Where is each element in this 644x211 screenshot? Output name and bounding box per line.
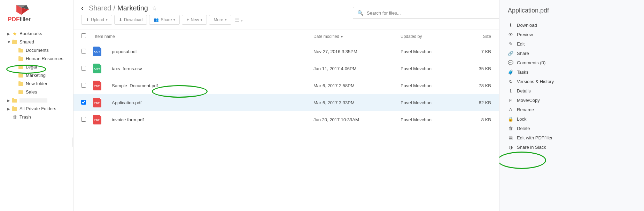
panel-action-delete[interactable]: 🗑Delete	[508, 124, 636, 133]
action-icon: ℹ	[508, 88, 513, 94]
row-checkbox[interactable]	[81, 83, 86, 88]
panel-action-move-copy[interactable]: ⎘Move/Copy	[508, 96, 636, 105]
sidebar-item-blank[interactable]: ▶	[1, 96, 72, 105]
sidebar-item-trash[interactable]: 🗑 Trash	[1, 113, 72, 121]
sidebar-item-bookmarks[interactable]: ▶ ★ Bookmarks	[1, 30, 72, 38]
table-row[interactable]: CSVtaxs_forms.csvJan 11, 2017 4:06PMPave…	[73, 60, 499, 77]
folder-icon	[18, 73, 24, 78]
highlight-edit-pdffiller	[499, 152, 546, 169]
table-header: Item name Date modified▼ Updated by Size	[73, 30, 499, 43]
action-icon: 👁	[508, 32, 513, 37]
row-checkbox[interactable]	[81, 49, 86, 54]
action-icon: A	[508, 107, 513, 112]
download-button[interactable]: ⬇Download	[114, 15, 147, 25]
table-row[interactable]: PDFApplication.pdfMar 6, 2017 3:33PMPave…	[73, 94, 499, 111]
panel-action-download[interactable]: ⬇Download	[508, 21, 636, 30]
sidebar-item-marketing[interactable]: Marketing	[7, 71, 72, 80]
file-name: invoice form.pdf	[108, 117, 313, 122]
file-date: Jan 11, 2017 4:06PM	[313, 66, 401, 71]
view-toggle[interactable]: ☰ ▾	[235, 17, 243, 23]
search-box[interactable]: 🔍	[353, 7, 499, 19]
sidebar: PDF filler ▶ ★ Bookmarks ▼ Shared Docume…	[0, 0, 73, 211]
folder-tree: ▶ ★ Bookmarks ▼ Shared Documents Human R…	[0, 30, 73, 121]
panel-action-preview[interactable]: 👁Preview	[508, 30, 636, 39]
button-label: New	[191, 17, 199, 22]
action-label: Tasks	[517, 70, 528, 75]
file-csv-icon: CSV	[93, 64, 101, 73]
sidebar-item-label: All Private Folders	[20, 106, 56, 112]
panel-action-rename[interactable]: ARename	[508, 105, 636, 114]
caret-icon: ▾	[225, 18, 227, 22]
row-checkbox[interactable]	[81, 66, 86, 71]
row-checkbox[interactable]	[81, 100, 86, 105]
folder-icon	[18, 64, 24, 70]
sidebar-item-sales[interactable]: Sales	[7, 88, 72, 96]
sidebar-item-hr[interactable]: Human Resources	[7, 55, 72, 63]
button-label: Share	[161, 17, 172, 22]
panel-action-share-in-slack[interactable]: ◑Share in Slack	[508, 143, 636, 152]
more-button[interactable]: More▾	[209, 15, 231, 25]
details-panel: Application.pdf ⬇Download👁Preview✎Edit🔗S…	[499, 0, 644, 211]
action-icon: ✎	[508, 41, 513, 47]
sort-desc-icon: ▼	[340, 35, 343, 39]
sidebar-item-documents[interactable]: Documents	[7, 46, 72, 55]
action-label: Move/Copy	[517, 98, 540, 103]
action-label: Delete	[517, 126, 530, 131]
caret-icon: ▾	[201, 18, 202, 22]
favorite-star-icon[interactable]: ☆	[152, 5, 157, 12]
action-icon: 🗑	[508, 126, 513, 131]
panel-action-edit[interactable]: ✎Edit	[508, 39, 636, 49]
action-label: Edit with PDFfiller	[517, 135, 553, 140]
chevron-right-icon: ▶	[7, 31, 10, 37]
sidebar-item-label: Trash	[20, 114, 31, 120]
panel-action-edit-with-pdffiller[interactable]: ▤Edit with PDFfiller	[508, 133, 636, 143]
panel-action-share[interactable]: 🔗Share	[508, 49, 636, 58]
folder-icon	[12, 39, 17, 45]
breadcrumb-current: Marketing	[117, 4, 148, 12]
panel-action-versions-history[interactable]: ↻Versions & History	[508, 77, 636, 86]
folder-icon	[18, 48, 24, 53]
select-all-checkbox[interactable]	[81, 33, 86, 38]
panel-action-details[interactable]: ℹDetails	[508, 86, 636, 96]
action-label: Comments (0)	[517, 60, 545, 65]
panel-action-comments-0-[interactable]: 💬Comments (0)	[508, 58, 636, 67]
col-header-date[interactable]: Date modified▼	[313, 34, 401, 39]
file-date: Mar 6, 2017 2:58PM	[313, 83, 401, 88]
upload-button[interactable]: ⬆Upload▾	[81, 15, 112, 25]
new-button[interactable]: +New▾	[182, 15, 207, 25]
sidebar-item-label: Bookmarks	[20, 31, 42, 37]
back-button[interactable]: ‹	[81, 5, 83, 12]
sidebar-item-legal[interactable]: Legal	[7, 63, 72, 71]
button-label: Download	[124, 17, 142, 22]
col-header-name[interactable]: Item name	[91, 34, 313, 39]
row-checkbox[interactable]	[81, 117, 86, 122]
panel-action-lock[interactable]: 🔒Lock	[508, 114, 636, 124]
sidebar-item-label: Marketing	[26, 72, 46, 79]
search-input[interactable]	[367, 10, 495, 16]
col-header-user[interactable]: Updated by	[401, 34, 467, 39]
table-row[interactable]: ODTproposal.odtNov 27, 2016 3:35PMPavel …	[73, 43, 499, 60]
svg-text:PDF: PDF	[8, 16, 20, 23]
file-user: Pavel Movchan	[401, 49, 467, 54]
file-size: 35 KB	[467, 66, 491, 71]
panel-action-tasks[interactable]: 🧳Tasks	[508, 67, 636, 77]
sidebar-item-all-private[interactable]: ▶ All Private Folders	[1, 105, 72, 113]
action-label: Versions & History	[517, 79, 554, 84]
file-user: Pavel Movchan	[401, 66, 467, 71]
chevron-down-icon: ▼	[7, 39, 10, 45]
file-user: Pavel Movchan	[401, 100, 467, 105]
shared-children: Documents Human Resources Legal Marketin…	[1, 46, 72, 96]
action-icon: ▤	[508, 135, 513, 140]
table-row[interactable]: PDFinvoice form.pdfJun 20, 2017 10:39AMP…	[73, 111, 499, 128]
svg-text:filler: filler	[20, 16, 31, 23]
share-button[interactable]: 👥Share▾	[149, 15, 180, 25]
plus-icon: +	[186, 17, 189, 22]
file-pdf-icon: PDF	[93, 115, 101, 124]
sidebar-item-newfolder[interactable]: New folder	[7, 80, 72, 88]
table-row[interactable]: PDFSample_Document.pdfMar 6, 2017 2:58PM…	[73, 77, 499, 94]
sidebar-item-shared[interactable]: ▼ Shared	[1, 38, 72, 46]
col-header-size[interactable]: Size	[467, 34, 491, 39]
breadcrumb-root[interactable]: Shared	[89, 4, 111, 12]
action-icon: ↻	[508, 79, 513, 84]
share-icon: 👥	[154, 17, 159, 22]
